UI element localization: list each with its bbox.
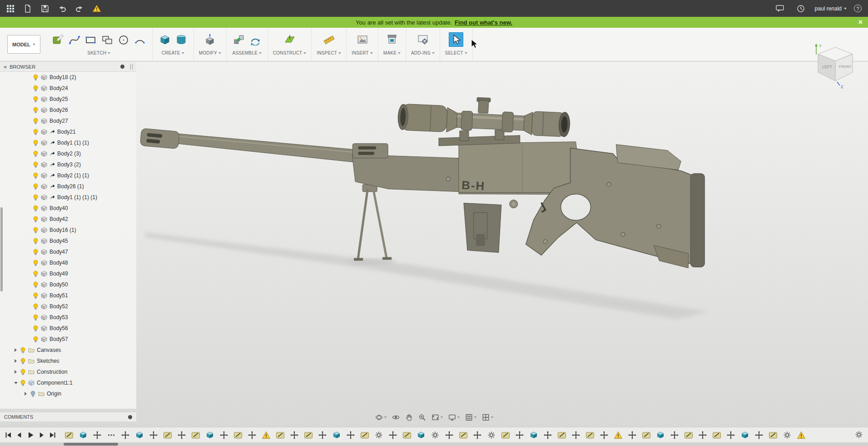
extrude-icon[interactable]	[158, 32, 172, 47]
browser-scrollbar[interactable]	[0, 62, 3, 409]
pan-icon[interactable]	[403, 412, 414, 422]
browser-item-body[interactable]: Body53	[0, 312, 136, 323]
visibility-bulb-icon[interactable]	[33, 314, 39, 321]
timeline-feature-sketch-icon[interactable]	[501, 431, 510, 440]
timeline-feature-sketch-icon[interactable]	[191, 431, 200, 440]
orbit-icon[interactable]	[373, 412, 388, 422]
rectangle-icon[interactable]	[84, 32, 98, 47]
visibility-bulb-icon[interactable]	[33, 336, 39, 343]
timeline-feature-move-icon[interactable]	[600, 431, 609, 440]
canvas[interactable]: B-H	[0, 62, 868, 427]
visibility-bulb-icon[interactable]	[33, 281, 39, 288]
circle-icon[interactable]	[116, 32, 131, 47]
toolbar-group-label[interactable]: ADD-INS	[411, 50, 435, 55]
visibility-bulb-icon[interactable]	[33, 150, 39, 157]
expander-icon[interactable]	[14, 348, 18, 352]
visibility-bulb-icon[interactable]	[30, 391, 36, 397]
timeline-feature-warn-icon[interactable]	[614, 431, 623, 440]
undo-icon[interactable]	[55, 3, 69, 15]
motion-icon[interactable]	[248, 32, 263, 47]
display-settings-icon[interactable]	[446, 412, 461, 422]
toolbar-group-label[interactable]: SELECT	[445, 50, 467, 55]
timeline-feature-move-icon[interactable]	[318, 431, 327, 440]
timeline-feature-sketch-icon[interactable]	[276, 431, 285, 440]
browser-item-folder[interactable]: Construction	[0, 366, 136, 377]
collapse-panel-icon[interactable]: «	[4, 63, 6, 70]
browser-item-body[interactable]: Body2 (3)	[0, 148, 136, 159]
timeline-feature-gear-icon[interactable]	[783, 431, 792, 440]
timeline-feature-extrude-icon[interactable]	[79, 431, 88, 440]
timeline-feature-move-icon[interactable]	[670, 431, 679, 440]
timeline-feature-extrude-icon[interactable]	[740, 431, 749, 440]
timeline-feature-sketch-icon[interactable]	[712, 431, 721, 440]
browser-item-component[interactable]: Component1:1	[0, 377, 136, 388]
browser-item-body[interactable]: Body2 (1) (1)	[0, 170, 136, 181]
browser-item-body[interactable]: Body50	[0, 279, 136, 290]
visibility-bulb-icon[interactable]	[33, 194, 39, 201]
timeline-feature-move-icon[interactable]	[628, 431, 637, 440]
timeline-feature-dots-icon[interactable]	[107, 431, 116, 440]
browser-item-body[interactable]: Body1 (1) (1) (1)	[0, 192, 136, 203]
expander-icon[interactable]	[14, 359, 18, 363]
browser-item-body[interactable]: Body3 (2)	[0, 159, 136, 170]
look-at-icon[interactable]	[390, 412, 401, 422]
browser-item-body[interactable]: Body24	[0, 83, 136, 94]
apps-grid-icon[interactable]	[4, 3, 17, 15]
toolbar-group-label[interactable]: INSPECT	[317, 50, 341, 55]
create-sketch-icon[interactable]	[51, 32, 65, 47]
banner-close-icon[interactable]: ×	[858, 17, 863, 28]
visibility-bulb-icon[interactable]	[33, 118, 39, 125]
timeline-feature-move-icon[interactable]	[149, 431, 158, 440]
timeline-feature-sketch-icon[interactable]	[769, 431, 778, 440]
timeline-feature-gear-icon[interactable]	[487, 431, 496, 440]
timeline-feature-extrude-icon[interactable]	[417, 431, 426, 440]
timeline-feature-move-icon[interactable]	[754, 431, 764, 440]
playback-to-start-button[interactable]	[4, 430, 14, 440]
visibility-bulb-icon[interactable]	[33, 107, 39, 114]
press-pull-icon[interactable]	[203, 32, 217, 47]
save-icon[interactable]	[38, 3, 52, 15]
visibility-bulb-icon[interactable]	[20, 380, 26, 386]
user-menu[interactable]: paul renald	[815, 5, 847, 12]
browser-item-body[interactable]: Body25	[0, 94, 136, 105]
history-clock-icon[interactable]	[794, 3, 808, 15]
visibility-bulb-icon[interactable]	[33, 216, 39, 223]
make-print-icon[interactable]	[385, 32, 399, 47]
redo-icon[interactable]	[73, 3, 86, 15]
timeline-scrollbar[interactable]	[0, 442, 868, 446]
spline-icon[interactable]	[67, 32, 82, 47]
timeline-feature-move-icon[interactable]	[515, 431, 524, 440]
browser-item-body[interactable]: Body47	[0, 246, 136, 257]
timeline-feature-sketch-icon[interactable]	[459, 431, 468, 440]
visibility-bulb-icon[interactable]	[33, 325, 39, 332]
timeline-feature-move-icon[interactable]	[726, 431, 735, 440]
timeline-feature-sketch-icon[interactable]	[585, 431, 595, 440]
select-cursor-icon[interactable]	[449, 32, 463, 47]
visibility-bulb-icon[interactable]	[33, 183, 39, 190]
file-menu-icon[interactable]	[21, 3, 35, 15]
timeline-feature-move-icon[interactable]	[445, 431, 454, 440]
expander-icon[interactable]	[14, 382, 18, 384]
timeline-feature-move-icon[interactable]	[698, 431, 707, 440]
visibility-bulb-icon[interactable]	[20, 369, 26, 376]
joint-icon[interactable]	[232, 32, 246, 47]
browser-item-body[interactable]: Body45	[0, 236, 136, 246]
timeline-feature-move-icon[interactable]	[543, 431, 552, 440]
visibility-bulb-icon[interactable]	[33, 140, 39, 146]
timeline-feature-sketch-icon[interactable]	[684, 431, 693, 440]
timeline-feature-warn-icon[interactable]	[262, 431, 271, 440]
browser-item-body[interactable]: Body27	[0, 115, 136, 126]
timeline-feature-sketch-icon[interactable]	[642, 431, 651, 440]
visibility-bulb-icon[interactable]	[33, 260, 39, 266]
comments-bubble-icon[interactable]	[773, 3, 787, 15]
browser-item-body[interactable]: Body40	[0, 203, 136, 214]
timeline-feature-sketch-icon[interactable]	[557, 431, 566, 440]
add-ins-icon[interactable]	[416, 32, 430, 47]
toolbar-group-label[interactable]: CREATE	[162, 50, 184, 55]
browser-item-body[interactable]: Body42	[0, 214, 136, 225]
visibility-bulb-icon[interactable]	[33, 249, 39, 256]
fit-icon[interactable]	[430, 412, 444, 422]
scrollbar-thumb[interactable]	[0, 207, 3, 291]
toolbar-group-label[interactable]: MODIFY	[199, 50, 221, 55]
comments-panel[interactable]: COMMENTS	[0, 412, 136, 421]
